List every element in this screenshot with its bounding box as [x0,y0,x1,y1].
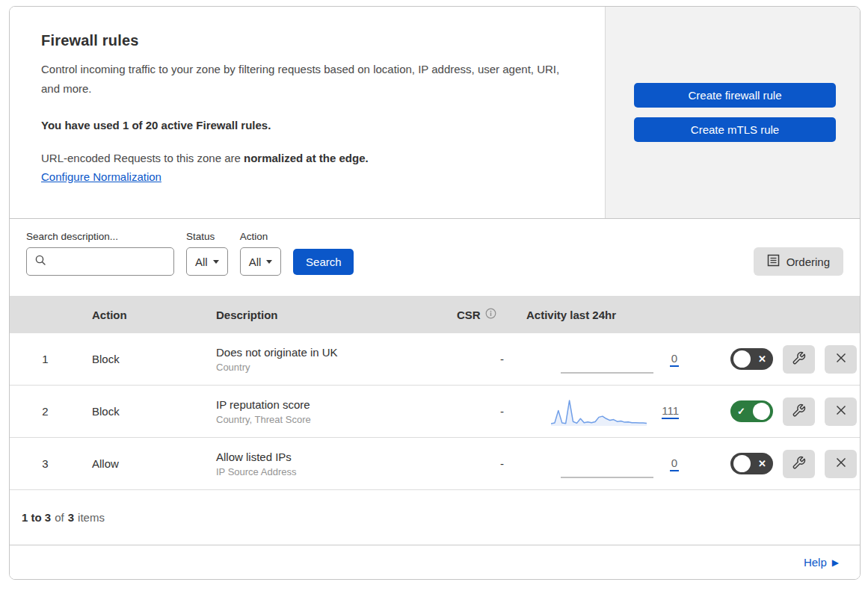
rule-controls: ✓ [685,397,860,426]
pagination-summary: 1 to 3 of 3 items [10,490,860,545]
rule-action: Block [81,353,210,365]
rule-csr-value: - [449,405,513,418]
table-row: 3 Allow Allow listed IPs IP Source Addre… [10,438,860,490]
edit-rule-button[interactable] [783,397,815,426]
delete-rule-button[interactable] [825,450,857,478]
search-button[interactable]: Search [293,249,354,275]
close-icon [835,352,847,366]
toggle-state-icon: ✕ [754,459,770,468]
help-bar: Help ▶ [10,545,860,579]
help-link[interactable]: Help ▶ [804,556,839,569]
rule-csr-value: - [449,353,513,365]
delete-rule-button[interactable] [825,345,857,374]
header-section: Firewall rules Control incoming traffic … [10,7,860,219]
edit-rule-button[interactable] [783,345,815,374]
close-icon [835,404,847,418]
page-description: Control incoming traffic to your zone by… [41,60,572,99]
status-filter-group: Status All [186,231,228,276]
activity-sparkline [559,344,655,374]
action-label: Action [240,231,282,242]
edit-rule-button[interactable] [783,450,815,478]
rule-description-cell: Does not originate in UK Country [210,346,449,373]
triangle-right-icon: ▶ [832,558,839,567]
firewall-rules-card: Firewall rules Control incoming traffic … [9,6,861,580]
rule-criteria: Country [216,362,449,373]
rule-criteria: Country, Threat Score [216,414,449,425]
chevron-down-icon [266,260,272,264]
enable-toggle[interactable]: ✕ [730,453,773,474]
enable-toggle[interactable]: ✓ [730,400,773,422]
filter-bar: Search description... Status All Action … [10,219,860,296]
search-input[interactable] [51,256,173,267]
status-label: Status [186,231,228,242]
action-dropdown-value: All [249,256,262,268]
rule-priority: 1 [10,353,81,365]
column-header-csr: CSR [449,308,513,321]
rule-priority: 3 [10,457,81,470]
close-icon [835,457,847,471]
normalization-note: URL-encoded Requests to this zone are no… [41,152,573,164]
activity-sparkline [551,397,647,427]
column-header-description: Description [210,309,449,321]
wrench-icon [792,456,806,472]
configure-normalization-link[interactable]: Configure Normalization [41,170,161,183]
search-label: Search description... [26,231,174,242]
rule-description[interactable]: Allow listed IPs [216,451,449,463]
info-icon[interactable] [485,308,496,321]
chevron-down-icon [213,260,219,264]
create-mtls-rule-button[interactable]: Create mTLS rule [634,117,836,142]
status-dropdown-value: All [195,256,208,268]
activity-count-link[interactable]: 0 [670,457,679,471]
ordering-list-icon [767,254,780,269]
header-text-block: Firewall rules Control incoming traffic … [10,7,606,218]
toggle-knob [733,350,751,368]
rule-controls: ✕ [685,345,860,374]
rule-activity-cell: 0 [513,344,685,374]
column-header-action: Action [81,309,210,321]
status-dropdown[interactable]: All [186,247,228,276]
rule-action: Block [81,405,210,418]
csr-label: CSR [457,309,481,321]
usage-summary: You have used 1 of 20 active Firewall ru… [41,119,573,131]
items-range: 1 to 3 [22,511,51,524]
column-header-activity: Activity last 24hr [513,309,685,321]
page-title: Firewall rules [41,32,573,49]
activity-count-link[interactable]: 0 [670,352,679,367]
action-filter-group: Action All [240,231,282,276]
normalization-bold: normalized at the edge. [244,152,369,164]
help-link-label: Help [804,556,827,569]
rule-description[interactable]: IP reputation score [216,398,449,411]
table-row: 1 Block Does not originate in UK Country… [10,333,860,386]
ordering-button-label: Ordering [787,256,830,268]
rule-description-cell: Allow listed IPs IP Source Address [210,451,449,477]
rule-priority: 2 [10,405,81,418]
actions-panel: Create firewall rule Create mTLS rule [606,7,860,218]
wrench-icon [792,351,806,368]
table-header: Action Description CSR Activity last 24h… [10,296,860,333]
search-field-group: Search description... [26,231,174,276]
rule-activity-cell: 0 [513,449,685,479]
search-icon [34,254,46,269]
toggle-knob [753,403,770,420]
toggle-state-icon: ✕ [754,354,770,364]
wrench-icon [792,403,806,420]
normalization-prefix: URL-encoded Requests to this zone are [41,152,244,164]
rule-activity-cell: 111 [513,397,685,427]
search-input-box[interactable] [26,247,174,276]
rule-description[interactable]: Does not originate in UK [216,346,449,359]
table-row: 2 Block IP reputation score Country, Thr… [10,386,860,438]
toggle-knob [733,455,751,472]
enable-toggle[interactable]: ✕ [730,348,773,370]
ordering-button[interactable]: Ordering [754,247,843,276]
delete-rule-button[interactable] [825,397,857,426]
items-word: items [78,511,105,524]
action-dropdown[interactable]: All [240,247,282,276]
activity-sparkline [559,449,655,479]
create-firewall-rule-button[interactable]: Create firewall rule [634,83,836,108]
rule-criteria: IP Source Address [216,466,449,477]
rule-description-cell: IP reputation score Country, Threat Scor… [210,398,449,425]
items-of-word: of [55,511,64,524]
toggle-state-icon: ✓ [733,406,749,416]
items-total: 3 [68,511,74,524]
activity-count-link[interactable]: 111 [662,404,679,419]
